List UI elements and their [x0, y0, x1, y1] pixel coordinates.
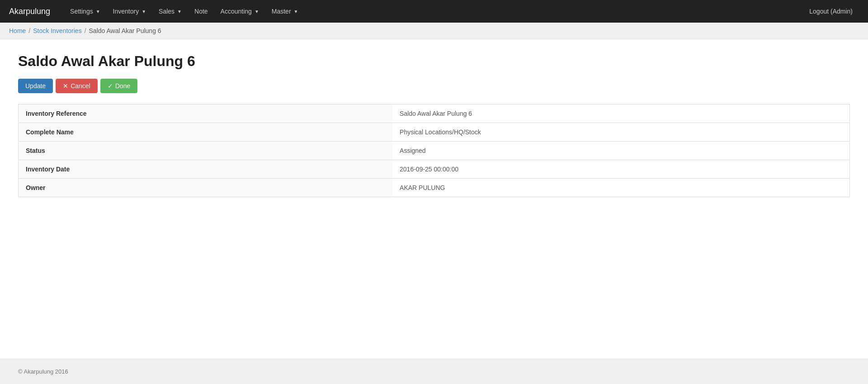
breadcrumb-separator-2: / [85, 27, 86, 34]
chevron-down-icon: ▼ [96, 9, 100, 14]
chevron-down-icon: ▼ [294, 9, 298, 14]
times-icon: ✕ [63, 82, 68, 90]
row-label: Status [19, 142, 393, 160]
nav-label-accounting: Accounting [221, 8, 252, 15]
chevron-down-icon: ▼ [142, 9, 146, 14]
copyright-text: © Akarpulung 2016 [18, 368, 68, 375]
nav-item-logout: Logout (Admin) [803, 1, 859, 22]
nav-label-sales: Sales [159, 8, 175, 15]
row-value: Saldo Awal Akar Pulung 6 [392, 104, 849, 123]
breadcrumb: Home / Stock Inventories / Saldo Awal Ak… [9, 27, 859, 34]
nav-link-logout[interactable]: Logout (Admin) [803, 1, 859, 22]
nav-item-settings: Settings ▼ [64, 1, 107, 22]
nav-item-accounting: Accounting ▼ [214, 1, 265, 22]
nav-item-sales: Sales ▼ [152, 1, 188, 22]
nav-link-accounting[interactable]: Accounting ▼ [214, 1, 265, 22]
row-value: AKAR PULUNG [392, 179, 849, 197]
breadcrumb-parent: Stock Inventories [33, 27, 81, 34]
nav-label-note: Note [194, 8, 208, 15]
cancel-label: Cancel [71, 82, 90, 90]
detail-table: Inventory ReferenceSaldo Awal Akar Pulun… [18, 104, 850, 197]
breadcrumb-home-link[interactable]: Home [9, 27, 26, 34]
check-icon: ✓ [108, 82, 113, 90]
page-title: Saldo Awal Akar Pulung 6 [18, 53, 850, 70]
brand-link[interactable]: Akarpulung [9, 7, 50, 16]
table-row: Inventory ReferenceSaldo Awal Akar Pulun… [19, 104, 850, 123]
nav-item-note: Note [188, 1, 214, 22]
nav-link-inventory[interactable]: Inventory ▼ [107, 1, 153, 22]
done-button[interactable]: ✓ Done [100, 79, 137, 93]
row-label: Owner [19, 179, 393, 197]
nav-link-settings[interactable]: Settings ▼ [64, 1, 107, 22]
chevron-down-icon: ▼ [177, 9, 182, 14]
table-row: Inventory Date2016-09-25 00:00:00 [19, 160, 850, 179]
nav-item-inventory: Inventory ▼ [107, 1, 153, 22]
nav-label-inventory: Inventory [113, 8, 139, 15]
nav-label-settings: Settings [70, 8, 93, 15]
nav-item-master: Master ▼ [265, 1, 305, 22]
breadcrumb-home: Home [9, 27, 26, 34]
row-label: Inventory Date [19, 160, 393, 179]
table-row: Complete NamePhysical Locations/HQ/Stock [19, 123, 850, 142]
row-label: Inventory Reference [19, 104, 393, 123]
breadcrumb-parent-link[interactable]: Stock Inventories [33, 27, 81, 34]
breadcrumb-current: Saldo Awal Akar Pulung 6 [89, 27, 161, 34]
action-buttons: Update ✕ Cancel ✓ Done [18, 79, 850, 93]
footer: © Akarpulung 2016 [0, 359, 868, 384]
table-row: OwnerAKAR PULUNG [19, 179, 850, 197]
main-content: Saldo Awal Akar Pulung 6 Update ✕ Cancel… [0, 39, 868, 359]
table-row: StatusAssigned [19, 142, 850, 160]
cancel-button[interactable]: ✕ Cancel [56, 79, 98, 93]
row-value: Assigned [392, 142, 849, 160]
nav-label-master: Master [272, 8, 291, 15]
nav-link-master[interactable]: Master ▼ [265, 1, 305, 22]
nav-link-sales[interactable]: Sales ▼ [152, 1, 188, 22]
chevron-down-icon: ▼ [255, 9, 259, 14]
update-button[interactable]: Update [18, 79, 53, 93]
row-label: Complete Name [19, 123, 393, 142]
breadcrumb-separator-1: / [28, 27, 30, 34]
navbar: Akarpulung Settings ▼ Inventory ▼ Sales … [0, 0, 868, 23]
breadcrumb-container: Home / Stock Inventories / Saldo Awal Ak… [0, 23, 868, 39]
nav-link-note[interactable]: Note [188, 1, 214, 22]
row-value: Physical Locations/HQ/Stock [392, 123, 849, 142]
row-value: 2016-09-25 00:00:00 [392, 160, 849, 179]
done-label: Done [115, 82, 130, 90]
nav-menu: Settings ▼ Inventory ▼ Sales ▼ Note Acco… [64, 1, 859, 22]
